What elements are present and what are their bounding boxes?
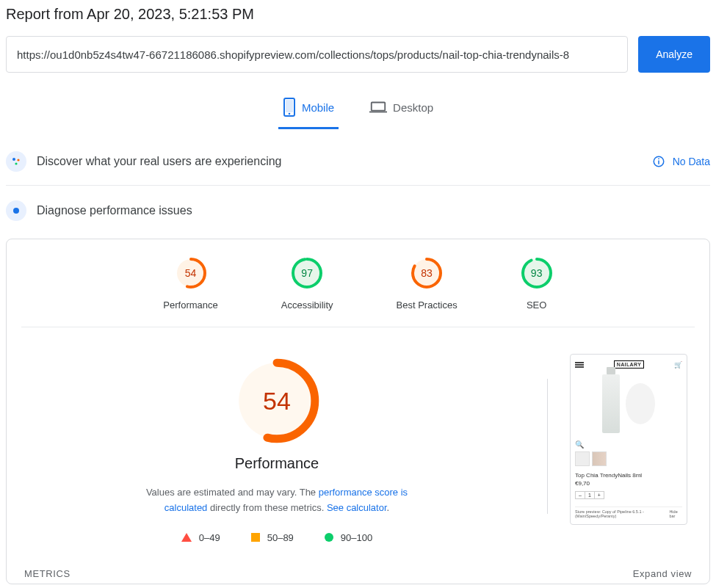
info-icon [652, 155, 665, 168]
preview-thumb [592, 451, 607, 466]
device-tabs: Mobile Desktop [6, 90, 710, 129]
preview-swatch-image [626, 383, 655, 424]
preview-qty: –1+ [575, 491, 604, 499]
preview-product-image [602, 374, 620, 433]
svg-point-5 [12, 158, 15, 161]
tab-desktop-label: Desktop [393, 101, 433, 114]
preview-product-name: Top Chia TrendyNails 8ml [575, 472, 682, 479]
laptop-icon [369, 101, 387, 114]
page-preview: NAILARY 🛒 🔍 Top Chia TrendyNails 8ml €9,… [570, 354, 687, 525]
tab-mobile-label: Mobile [302, 101, 334, 114]
metrics-label: METRICS [24, 568, 70, 579]
svg-point-6 [17, 159, 19, 161]
legend-pass: 90–100 [325, 532, 372, 543]
report-title: Report from Apr 20, 2023, 5:21:53 PM [6, 6, 710, 23]
url-row: Analyze [6, 36, 710, 73]
performance-heading: Performance [29, 455, 525, 472]
svg-point-2 [289, 113, 291, 115]
tab-desktop[interactable]: Desktop [365, 90, 438, 129]
hamburger-icon [575, 362, 584, 368]
svg-rect-10 [658, 159, 659, 160]
diagnose-title: Diagnose performance issues [37, 204, 710, 217]
preview-hide-bar: Hide bar [669, 509, 682, 518]
see-calculator-link[interactable]: See calculator [327, 502, 387, 513]
cart-icon: 🛒 [674, 361, 682, 369]
preview-logo: NAILARY [614, 360, 645, 369]
gauge-label: Performance [163, 300, 217, 311]
performance-summary: 54 Performance Values are estimated and … [29, 349, 525, 543]
legend-fail: 0–49 [181, 532, 220, 543]
search-icon: 🔍 [575, 440, 682, 449]
gauge-label: Best Practices [397, 300, 458, 311]
preview-footer-text: Store preview: Copy of Pipeline 6.5.1 - … [575, 509, 669, 518]
performance-description: Values are estimated and may vary. The p… [130, 485, 424, 516]
gauge-accessibility[interactable]: 97Accessibility [281, 257, 333, 311]
performance-row: 54 Performance Values are estimated and … [14, 349, 702, 543]
performance-big-gauge: 54 [233, 357, 321, 445]
metrics-header: METRICS Expand view [14, 543, 702, 579]
svg-rect-4 [369, 112, 387, 113]
gauge-seo[interactable]: 93SEO [521, 257, 553, 311]
square-icon [251, 533, 260, 542]
no-data-link[interactable]: No Data [652, 155, 710, 168]
preview-product-price: €9,70 [575, 480, 682, 487]
performance-big-value: 54 [233, 357, 321, 445]
svg-rect-3 [372, 103, 385, 111]
url-input[interactable] [6, 36, 628, 73]
legend-avg: 50–89 [251, 532, 294, 543]
circle-icon [325, 533, 333, 542]
svg-rect-9 [658, 161, 659, 164]
tab-mobile[interactable]: Mobile [278, 90, 339, 129]
users-icon [6, 151, 26, 172]
phone-icon [283, 98, 296, 117]
vertical-divider [547, 379, 548, 514]
gauge-value: 97 [291, 257, 323, 289]
discover-title: Discover what your real users are experi… [37, 155, 652, 168]
diagnose-icon [6, 200, 26, 221]
expand-view-button[interactable]: Expand view [633, 568, 692, 579]
gauge-performance[interactable]: 54Performance [163, 257, 217, 311]
gauge-value: 93 [521, 257, 553, 289]
svg-point-7 [15, 162, 17, 164]
no-data-label: No Data [673, 156, 710, 167]
triangle-icon [181, 533, 192, 542]
gauge-best-practices[interactable]: 83Best Practices [397, 257, 458, 311]
gauge-row: 54Performance97Accessibility83Best Pract… [21, 254, 695, 327]
gauge-label: SEO [521, 300, 553, 311]
svg-rect-1 [286, 100, 293, 112]
lighthouse-panel: 54Performance97Accessibility83Best Pract… [6, 239, 710, 584]
score-legend: 0–49 50–89 90–100 [29, 532, 525, 543]
diagnose-section: Diagnose performance issues [6, 196, 710, 234]
analyze-button[interactable]: Analyze [638, 36, 710, 73]
discover-section: Discover what your real users are experi… [6, 147, 710, 186]
gauge-value: 54 [175, 257, 207, 289]
gauge-label: Accessibility [281, 300, 333, 311]
preview-thumb [575, 451, 590, 466]
gauge-value: 83 [411, 257, 443, 289]
